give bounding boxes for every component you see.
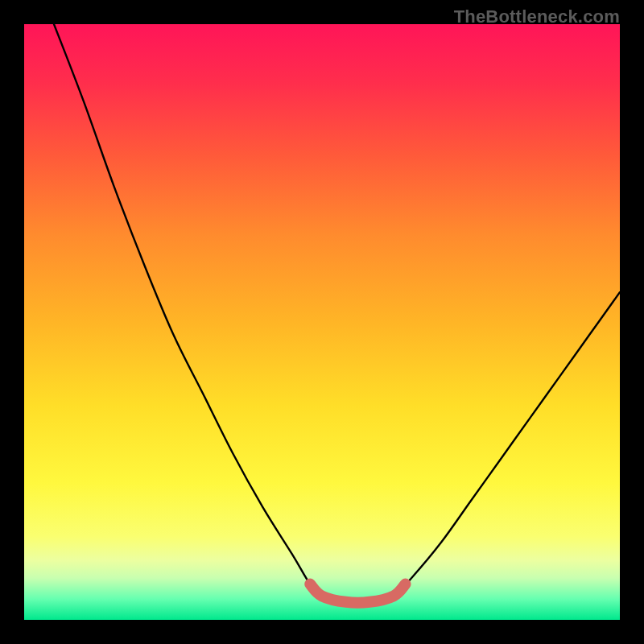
bottleneck-curve-line: [54, 24, 620, 603]
highlight-band-line: [310, 584, 405, 603]
chart-lines-layer: [24, 24, 620, 620]
chart-plot-area: [24, 24, 620, 620]
